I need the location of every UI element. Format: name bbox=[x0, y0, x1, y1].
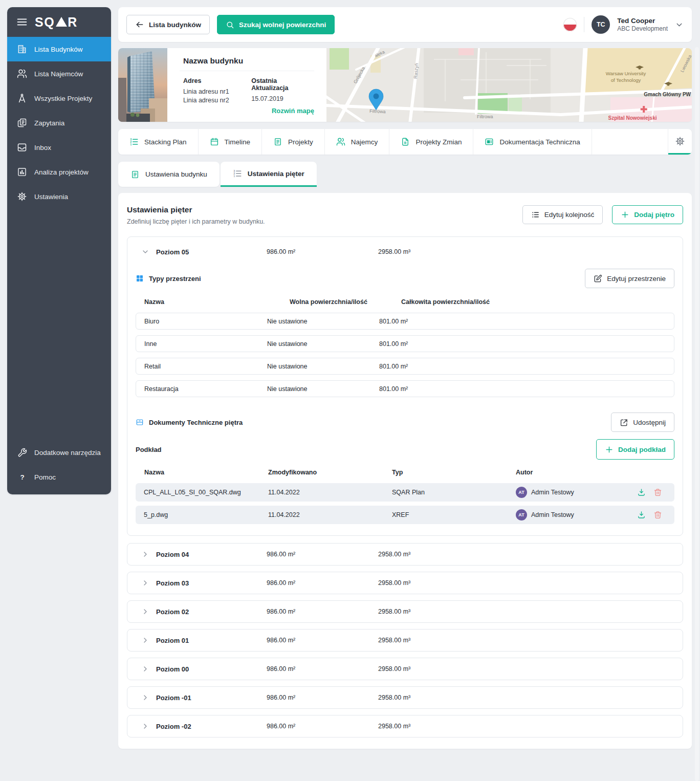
back-button-label: Lista budynków bbox=[149, 21, 201, 29]
floor-documents-title: Dokumenty Techniczne piętra bbox=[149, 419, 243, 426]
space-free-value: Nie ustawione bbox=[267, 385, 308, 393]
settings-subtabs: Ustawienia budynku Ustawienia pięter bbox=[118, 162, 692, 187]
wrench-icon bbox=[16, 448, 28, 458]
sidebar-item-label: Inbox bbox=[34, 144, 51, 151]
chevron-right-icon[interactable] bbox=[141, 665, 149, 673]
sidebar-item-lista-budynkow[interactable]: Lista Budynków bbox=[7, 37, 111, 61]
trash-icon[interactable] bbox=[653, 488, 662, 497]
sidebar-item-label: Ustawienia bbox=[34, 193, 68, 201]
user-menu-chevron-down-icon[interactable] bbox=[675, 20, 684, 29]
download-icon[interactable] bbox=[637, 511, 646, 519]
sidebar-item-analiza-projektow[interactable]: Analiza projektów bbox=[7, 160, 111, 184]
arrow-left-icon bbox=[135, 20, 144, 29]
floor-volume: 2958.00 m³ bbox=[378, 551, 410, 558]
sidebar-item-wszystkie-projekty[interactable]: Wszystkie Projekty bbox=[7, 86, 111, 111]
subtab-ustawienia-pieter[interactable]: Ustawienia pięter bbox=[221, 162, 317, 187]
space-type-row[interactable]: Retail Nie ustawione 801.00 m² bbox=[136, 358, 674, 375]
chevron-down-icon[interactable] bbox=[141, 248, 149, 256]
chevron-right-icon[interactable] bbox=[141, 636, 149, 644]
sidebar-item-lista-najemcow[interactable]: Lista Najemców bbox=[7, 61, 111, 86]
tab-projekty-zmian[interactable]: Projekty Zmian bbox=[389, 129, 473, 155]
building-tabs: Stacking Plan Timeline Projekty Najemcy … bbox=[118, 129, 692, 155]
subtab-ustawienia-budynku[interactable]: Ustawienia budynku bbox=[118, 162, 220, 187]
floor-settings-panel: Ustawienia pięter Zdefiniuj liczbę pięte… bbox=[118, 193, 692, 749]
document-row[interactable]: 5_p.dwg 11.04.2022 XREF AT Admin Testowy bbox=[136, 506, 674, 524]
edit-order-label: Edytuj kolejność bbox=[544, 211, 595, 219]
sidebar-item-dodatkowe-narzedzia[interactable]: Dodatkowe narzędzia bbox=[7, 440, 111, 465]
sidebar-item-label: Zapytania bbox=[34, 119, 64, 127]
gear-icon bbox=[16, 191, 28, 202]
floor-row-collapsed[interactable]: Poziom 02 986.00 m² 2958.00 m³ bbox=[127, 600, 683, 623]
document-icon bbox=[273, 137, 282, 146]
back-to-buildings-button[interactable]: Lista budynków bbox=[126, 15, 210, 34]
chevron-right-icon[interactable] bbox=[141, 693, 149, 702]
floor-row-collapsed[interactable]: Poziom -02 986.00 m² 2958.00 m³ bbox=[127, 715, 683, 737]
building-settings-icon bbox=[130, 170, 140, 179]
sqar-logo[interactable]: SQR bbox=[35, 15, 78, 30]
address-line1: Linia adresu nr1 bbox=[183, 88, 251, 96]
sidebar-nav: Lista Budynków Lista Najemców Wszystkie … bbox=[7, 37, 111, 209]
floor-header-poziom-05[interactable]: Poziom 05 986.00 m² 2958.00 m³ bbox=[127, 237, 683, 267]
space-type-row[interactable]: Inne Nie ustawione 801.00 m² bbox=[136, 335, 674, 352]
screen-icon bbox=[485, 137, 494, 146]
author-name: Admin Testowy bbox=[531, 489, 574, 496]
space-types-title: Typy przestrzeni bbox=[149, 275, 201, 283]
add-floor-button[interactable]: Dodaj piętro bbox=[612, 205, 683, 224]
user-avatar[interactable]: TC bbox=[592, 15, 610, 34]
poland-flag-icon[interactable] bbox=[563, 18, 577, 31]
hamburger-menu-icon[interactable] bbox=[16, 16, 28, 28]
document-name: 5_p.dwg bbox=[144, 511, 168, 518]
sidebar-item-label: Lista Budynków bbox=[34, 46, 83, 53]
sidebar-item-pomoc[interactable]: Pomoc bbox=[7, 465, 111, 489]
document-row[interactable]: CPL_ALL_L05_SI_00_SQAR.dwg 11.04.2022 SQ… bbox=[136, 483, 674, 502]
last-update-label: Ostatnia Aktualizacja bbox=[251, 77, 314, 92]
floor-row-collapsed[interactable]: Poziom -01 986.00 m² 2958.00 m³ bbox=[127, 686, 683, 709]
add-podklad-label: Dodaj podkład bbox=[618, 446, 666, 453]
plus-icon bbox=[605, 445, 614, 454]
space-type-row[interactable]: Biuro Nie ustawione 801.00 m² bbox=[136, 313, 674, 330]
chevron-right-icon[interactable] bbox=[141, 722, 149, 730]
floor-row-collapsed[interactable]: Poziom 04 986.00 m² 2958.00 m³ bbox=[127, 543, 683, 566]
map[interactable]: Grójecka ałeka Raszyń Filtrowa Filtrowa … bbox=[326, 48, 692, 122]
edit-spaces-button[interactable]: Edytuj przestrzenie bbox=[585, 269, 674, 288]
space-types-table: Biuro Nie ustawione 801.00 m² Inne Nie u… bbox=[127, 313, 683, 397]
calendar-icon bbox=[210, 137, 219, 146]
chevron-right-icon[interactable] bbox=[141, 608, 149, 616]
floor-row-collapsed[interactable]: Poziom 01 986.00 m² 2958.00 m³ bbox=[127, 629, 683, 652]
search-free-space-button[interactable]: Szukaj wolnej powierzchni bbox=[217, 15, 335, 34]
tab-settings-gear[interactable] bbox=[668, 129, 692, 155]
floor-volume: 2958.00 m³ bbox=[378, 579, 410, 587]
tab-projekty[interactable]: Projekty bbox=[262, 129, 325, 155]
space-name: Inne bbox=[144, 340, 157, 348]
panel-subtitle: Zdefiniuj liczbę pięter i ich parametry … bbox=[127, 218, 265, 225]
tab-dokumentacja-techniczna[interactable]: Dokumentacja Techniczna bbox=[473, 129, 592, 155]
tab-timeline[interactable]: Timeline bbox=[199, 129, 262, 155]
trash-icon[interactable] bbox=[653, 511, 662, 519]
col-header-calkowita: Całkowita powierzchnia/ilość bbox=[401, 298, 490, 306]
tab-najemcy[interactable]: Najemcy bbox=[325, 129, 390, 155]
divider bbox=[584, 17, 584, 32]
subtab-label: Ustawienia budynku bbox=[145, 170, 207, 178]
sidebar-item-ustawienia[interactable]: Ustawienia bbox=[7, 184, 111, 209]
edit-square-icon bbox=[594, 274, 602, 283]
chevron-right-icon[interactable] bbox=[141, 550, 149, 558]
floor-area: 986.00 m² bbox=[267, 551, 295, 558]
share-button[interactable]: Udostępnij bbox=[611, 413, 674, 432]
divider bbox=[180, 71, 314, 71]
sidebar-item-zapytania[interactable]: Zapytania bbox=[7, 111, 111, 135]
add-floor-label: Dodaj piętro bbox=[634, 211, 674, 219]
download-icon[interactable] bbox=[637, 488, 646, 497]
chevron-right-icon[interactable] bbox=[141, 579, 149, 587]
tab-stacking-plan[interactable]: Stacking Plan bbox=[118, 129, 199, 155]
page-scrollbar[interactable] bbox=[695, 47, 699, 781]
expand-map-link[interactable]: Rozwiń mapę bbox=[272, 107, 314, 115]
sidebar-item-inbox[interactable]: Inbox bbox=[7, 135, 111, 160]
archive-box-icon bbox=[136, 418, 144, 426]
add-podklad-button[interactable]: Dodaj podkład bbox=[596, 439, 674, 460]
floor-row-collapsed[interactable]: Poziom 00 986.00 m² 2958.00 m³ bbox=[127, 658, 683, 680]
space-total-value: 801.00 m² bbox=[379, 363, 408, 370]
floor-area: 986.00 m² bbox=[267, 248, 295, 255]
space-type-row[interactable]: Restauracja Nie ustawione 801.00 m² bbox=[136, 380, 674, 397]
edit-order-button[interactable]: Edytuj kolejność bbox=[522, 205, 603, 224]
floor-row-collapsed[interactable]: Poziom 03 986.00 m² 2958.00 m³ bbox=[127, 572, 683, 594]
